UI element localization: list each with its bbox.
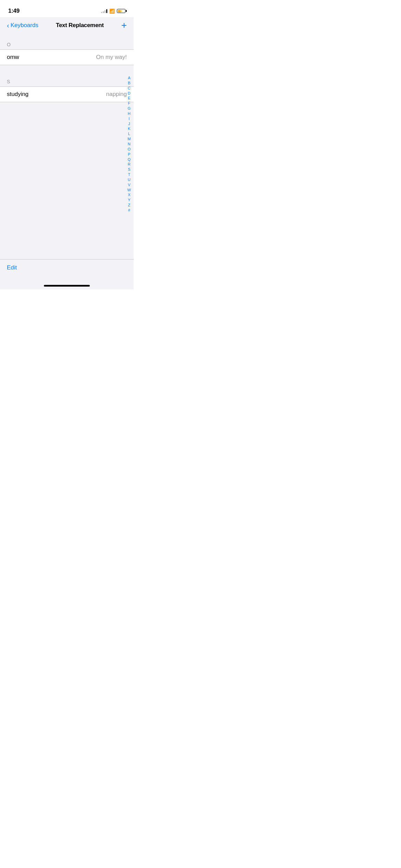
alpha-g[interactable]: G — [126, 106, 132, 111]
status-bar: 1:49 📶 ⚡ — [0, 0, 134, 17]
alpha-l[interactable]: L — [127, 131, 132, 136]
chevron-left-icon: ‹ — [7, 22, 9, 29]
signal-icon — [101, 9, 107, 13]
alpha-f[interactable]: F — [126, 101, 132, 106]
phrase-text: napping — [106, 91, 127, 98]
add-button[interactable]: + — [121, 21, 127, 30]
content-area: ‹ Keyboards Text Replacement + O omw On … — [0, 17, 134, 289]
alpha-k[interactable]: K — [126, 126, 132, 131]
alpha-z[interactable]: Z — [126, 203, 132, 208]
alpha-i[interactable]: I — [127, 116, 131, 121]
alpha-t[interactable]: T — [126, 172, 132, 177]
section-o: O omw On my way! — [0, 35, 134, 65]
edit-button[interactable]: Edit — [7, 264, 17, 271]
phrase-text: On my way! — [96, 54, 127, 61]
alpha-u[interactable]: U — [126, 177, 132, 182]
alpha-q[interactable]: Q — [126, 157, 132, 162]
home-indicator — [44, 285, 90, 287]
back-label: Keyboards — [11, 22, 38, 29]
alpha-h[interactable]: H — [126, 111, 132, 116]
list-area: O omw On my way! S studying napping — [0, 35, 134, 132]
section-s: S studying napping — [0, 72, 134, 102]
list-section-o: omw On my way! — [0, 49, 134, 65]
list-item[interactable]: omw On my way! — [0, 50, 134, 65]
section-header-s: S — [0, 72, 134, 86]
alpha-e[interactable]: E — [126, 96, 132, 101]
section-header-o: O — [0, 35, 134, 49]
battery-icon: ⚡ — [117, 9, 125, 13]
alpha-y[interactable]: Y — [126, 197, 132, 203]
shortcut-text: studying — [7, 91, 28, 98]
wifi-icon: 📶 — [109, 9, 115, 14]
alpha-d[interactable]: D — [126, 91, 132, 96]
status-icons: 📶 ⚡ — [101, 9, 125, 14]
list-item[interactable]: studying napping — [0, 87, 134, 102]
alphabet-index[interactable]: A B C D E F G H I J K L M N O P Q R S T … — [126, 75, 132, 213]
alpha-w[interactable]: W — [126, 188, 132, 193]
nav-bar: ‹ Keyboards Text Replacement + — [0, 17, 134, 35]
alpha-x[interactable]: X — [126, 192, 132, 197]
alpha-n[interactable]: N — [126, 142, 132, 147]
alpha-r[interactable]: R — [126, 162, 132, 167]
alpha-s[interactable]: S — [126, 167, 132, 172]
page-title: Text Replacement — [56, 22, 104, 29]
alpha-j[interactable]: J — [127, 121, 132, 126]
alpha-p[interactable]: P — [126, 152, 132, 157]
alpha-b[interactable]: B — [126, 81, 132, 86]
back-button[interactable]: ‹ Keyboards — [7, 22, 38, 29]
shortcut-text: omw — [7, 54, 19, 61]
alpha-m[interactable]: M — [126, 136, 132, 142]
list-section-s: studying napping — [0, 86, 134, 102]
alpha-o[interactable]: O — [126, 147, 132, 152]
status-time: 1:49 — [8, 8, 20, 14]
alpha-hash[interactable]: # — [127, 208, 132, 213]
alpha-c[interactable]: C — [126, 86, 132, 91]
alpha-v[interactable]: V — [126, 182, 132, 188]
alpha-a[interactable]: A — [126, 75, 132, 81]
